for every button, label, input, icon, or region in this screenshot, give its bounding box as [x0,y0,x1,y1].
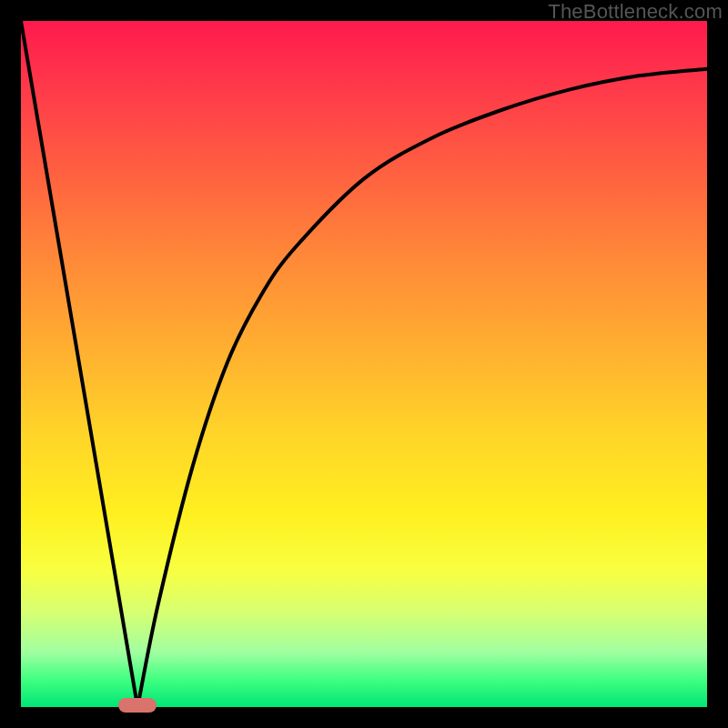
curve-right-branch [137,69,707,707]
chart-plot-area [21,21,707,707]
optimal-point-marker [118,698,157,713]
bottleneck-curve [21,21,707,707]
curve-left-branch [21,21,137,707]
watermark-text: TheBottleneck.com [548,0,723,24]
